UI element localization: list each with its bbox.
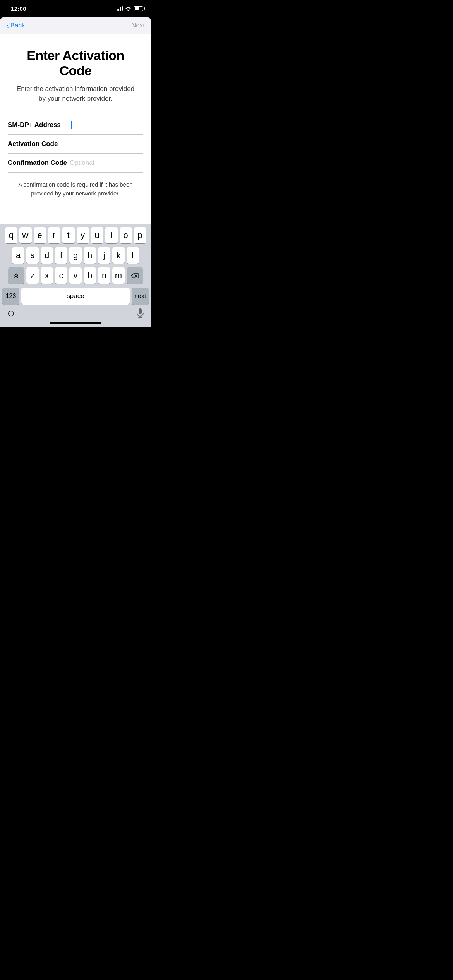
activation-code-field[interactable]: Activation Code (8, 135, 143, 154)
form-section: SM-DP+ Address Activation Code Confirmat… (0, 113, 151, 173)
confirmation-code-field[interactable]: Confirmation Code Optional (8, 154, 143, 173)
key-z[interactable]: z (26, 267, 39, 284)
key-g[interactable]: g (69, 247, 82, 264)
numbers-key[interactable]: 123 (2, 288, 19, 305)
keyboard-next-key[interactable]: next (132, 288, 149, 305)
back-label: Back (10, 22, 25, 29)
keyboard-row-2: a s d f g h j k l (1, 247, 150, 264)
keyboard-row-4: 123 space next (1, 288, 150, 305)
key-y[interactable]: y (77, 227, 89, 243)
activation-code-label: Activation Code (8, 140, 70, 148)
key-c[interactable]: c (55, 267, 67, 284)
key-v[interactable]: v (69, 267, 82, 284)
next-button[interactable]: Next (131, 22, 145, 29)
key-n[interactable]: n (98, 267, 110, 284)
home-bar (50, 322, 101, 324)
keyboard: q w e r t y u i o p a s d f g h j k l (0, 224, 151, 306)
header-section: Enter Activation Code Enter the activati… (0, 34, 151, 113)
status-bar: 12:00 (0, 0, 151, 17)
smdp-address-field[interactable]: SM-DP+ Address (8, 116, 143, 135)
scroll-content: Enter Activation Code Enter the activati… (0, 34, 151, 224)
key-m[interactable]: m (112, 267, 125, 284)
emoji-key[interactable]: ☺ (6, 308, 16, 319)
key-q[interactable]: q (5, 227, 17, 243)
shift-key[interactable] (8, 267, 24, 284)
wifi-icon (125, 6, 131, 11)
battery-icon (134, 6, 143, 11)
key-f[interactable]: f (55, 247, 67, 264)
confirmation-code-label: Confirmation Code (8, 159, 70, 167)
key-o[interactable]: o (120, 227, 132, 243)
key-p[interactable]: p (134, 227, 146, 243)
signal-icon (117, 6, 123, 11)
key-u[interactable]: u (91, 227, 103, 243)
confirmation-code-placeholder: Optional (70, 159, 94, 167)
key-d[interactable]: d (41, 247, 53, 264)
keyboard-row-3: z x c v b n m (1, 267, 150, 284)
key-i[interactable]: i (105, 227, 118, 243)
delete-icon (130, 272, 139, 279)
delete-key[interactable] (127, 267, 143, 284)
confirmation-note: A confirmation code is required if it ha… (0, 173, 151, 206)
keyboard-row-1: q w e r t y u i o p (1, 227, 150, 243)
key-e[interactable]: e (34, 227, 46, 243)
key-w[interactable]: w (19, 227, 32, 243)
text-cursor (71, 121, 72, 129)
page-title: Enter Activation Code (12, 48, 139, 78)
key-s[interactable]: s (26, 247, 39, 264)
smdp-address-label: SM-DP+ Address (8, 121, 70, 129)
home-indicator (0, 322, 151, 327)
shift-icon (13, 272, 20, 279)
key-t[interactable]: t (62, 227, 75, 243)
status-icons (117, 6, 144, 11)
key-l[interactable]: l (127, 247, 139, 264)
page-subtitle: Enter the activation information provide… (12, 84, 139, 103)
key-j[interactable]: j (98, 247, 110, 264)
back-chevron-icon: ‹ (6, 22, 9, 29)
space-key[interactable]: space (21, 288, 130, 305)
key-b[interactable]: b (84, 267, 96, 284)
svg-rect-2 (139, 308, 142, 314)
status-time: 12:00 (11, 5, 26, 12)
key-k[interactable]: k (112, 247, 125, 264)
microphone-icon[interactable] (136, 308, 145, 319)
back-button[interactable]: ‹ Back (6, 22, 25, 29)
key-a[interactable]: a (12, 247, 24, 264)
main-content: ‹ Back Next Enter Activation Code Enter … (0, 17, 151, 327)
key-r[interactable]: r (48, 227, 60, 243)
keyboard-bottom-bar: ☺ (0, 306, 151, 322)
key-h[interactable]: h (84, 247, 96, 264)
nav-bar: ‹ Back Next (0, 17, 151, 34)
key-x[interactable]: x (41, 267, 53, 284)
